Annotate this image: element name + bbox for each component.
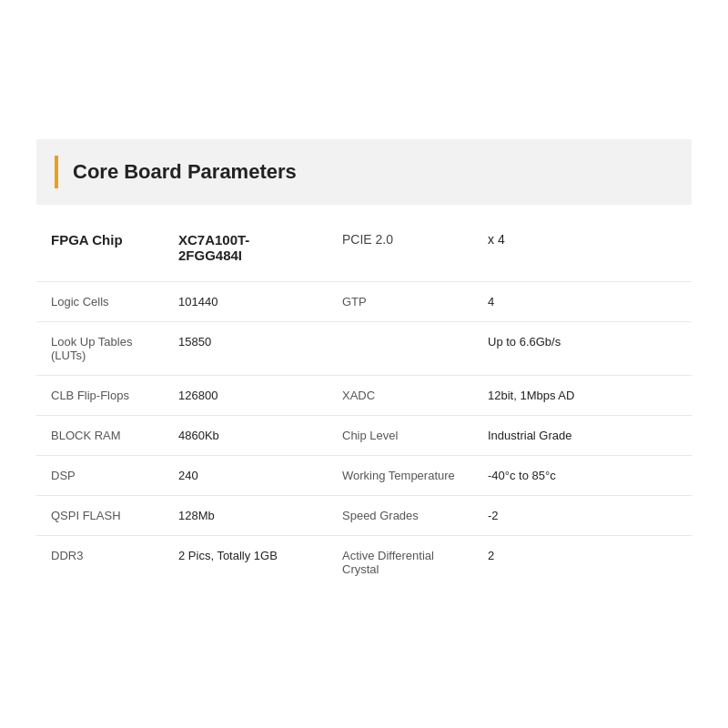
table-row: DDR32 Pics, Totally 1GBActive Differenti…: [36, 536, 692, 590]
param-label2-3: XADC: [328, 376, 473, 416]
param-label2-0: PCIE 2.0: [328, 214, 473, 282]
table-row: Logic Cells101440GTP4: [36, 282, 692, 322]
param-label-6: QSPI FLASH: [36, 496, 164, 536]
param-value2-6: -2: [473, 496, 692, 536]
table-row: DSP240Working Temperature-40°c to 85°c: [36, 456, 692, 496]
section-title: Core Board Parameters: [73, 160, 297, 184]
table-row: FPGA ChipXC7A100T-2FGG484IPCIE 2.0x 4: [36, 214, 692, 282]
params-table: FPGA ChipXC7A100T-2FGG484IPCIE 2.0x 4Log…: [36, 214, 692, 589]
param-value-7: 2 Pics, Totally 1GB: [164, 536, 328, 590]
param-label-1: Logic Cells: [36, 282, 164, 322]
param-value-4: 4860Kb: [164, 416, 328, 456]
main-container: Core Board Parameters FPGA ChipXC7A100T-…: [36, 139, 692, 589]
param-label-3: CLB Flip-Flops: [36, 376, 164, 416]
param-value2-5: -40°c to 85°c: [473, 456, 692, 496]
param-label2-7: Active Differential Crystal: [328, 536, 473, 590]
param-value-5: 240: [164, 456, 328, 496]
param-label-5: DSP: [36, 456, 164, 496]
param-value2-0: x 4: [473, 214, 692, 282]
param-label-2: Look Up Tables (LUTs): [36, 322, 164, 376]
param-value2-4: Industrial Grade: [473, 416, 692, 456]
param-label2-1: GTP: [328, 282, 473, 322]
param-label2-6: Speed Grades: [328, 496, 473, 536]
param-value2-1: 4: [473, 282, 692, 322]
section-header: Core Board Parameters: [36, 139, 692, 205]
accent-bar: [55, 156, 58, 188]
param-value2-3: 12bit, 1Mbps AD: [473, 376, 692, 416]
param-value-1: 101440: [164, 282, 328, 322]
param-value-0: XC7A100T-2FGG484I: [164, 214, 328, 282]
param-label2-5: Working Temperature: [328, 456, 473, 496]
param-label-0: FPGA Chip: [36, 214, 164, 282]
param-value-3: 126800: [164, 376, 328, 416]
param-value2-2: Up to 6.6Gb/s: [473, 322, 692, 376]
param-value-2: 15850: [164, 322, 328, 376]
table-row: BLOCK RAM4860KbChip LevelIndustrial Grad…: [36, 416, 692, 456]
param-label2-2: [328, 322, 473, 376]
table-row: CLB Flip-Flops126800XADC12bit, 1Mbps AD: [36, 376, 692, 416]
param-value2-7: 2: [473, 536, 692, 590]
param-label-7: DDR3: [36, 536, 164, 590]
param-label2-4: Chip Level: [328, 416, 473, 456]
param-value-6: 128Mb: [164, 496, 328, 536]
param-label-4: BLOCK RAM: [36, 416, 164, 456]
table-row: Look Up Tables (LUTs)15850Up to 6.6Gb/s: [36, 322, 692, 376]
table-row: QSPI FLASH128MbSpeed Grades-2: [36, 496, 692, 536]
